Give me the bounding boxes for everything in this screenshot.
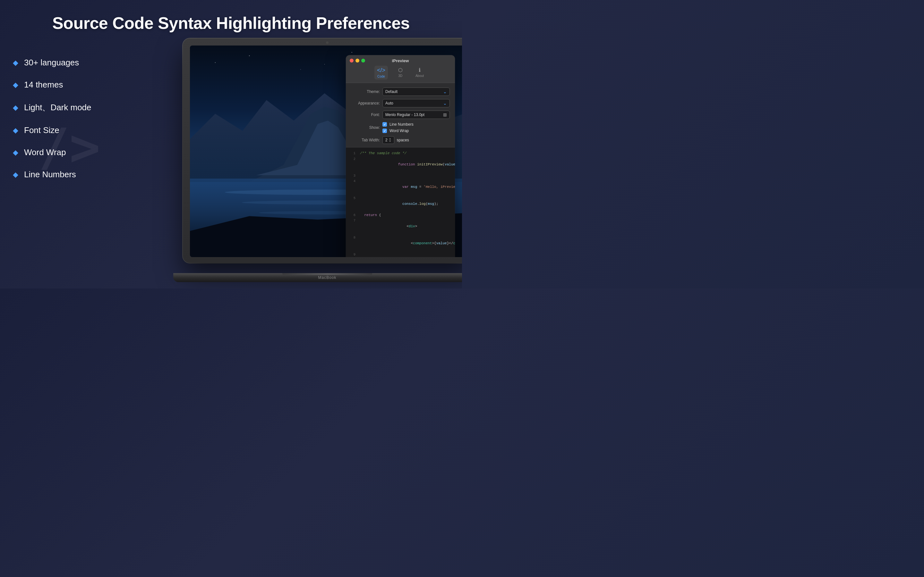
chevron-down-icon: ⌄ [443, 101, 447, 106]
diamond-icon: ◆ [13, 81, 18, 89]
code-content: /** The sample code */ [360, 151, 452, 156]
line-number: 8 [349, 235, 355, 240]
info-icon: ℹ [419, 67, 421, 73]
show-label: Show: [351, 125, 380, 130]
feature-languages: 30+ languages [24, 58, 79, 68]
diamond-icon: ◆ [13, 148, 18, 157]
theme-select[interactable]: Default ⌄ [383, 87, 450, 96]
traffic-lights [350, 59, 365, 63]
tab-code[interactable]: </> Code [375, 66, 388, 79]
toolbar-tabs: </> Code ⬡ 3D ℹ About [375, 66, 426, 79]
theme-value: Default [385, 89, 397, 94]
code-area: 1 /** The sample code */ 2 function init… [346, 147, 455, 257]
stepper-arrows: ▲ ▼ [389, 137, 391, 143]
feature-item: ◆ 30+ languages [13, 58, 91, 68]
font-field[interactable]: Menlo Regular - 13.0pt ⊞ [383, 111, 450, 119]
svg-point-3 [300, 69, 301, 70]
word-wrap-row: Word Wrap [383, 129, 414, 133]
code-line: 5 console.log(msg); [346, 195, 455, 213]
line-number: 9 [349, 252, 355, 257]
code-content: return ( [360, 213, 452, 218]
appearance-select[interactable]: Auto ⌄ [383, 99, 450, 107]
feature-item: ◆ Line Numbers [13, 169, 91, 179]
macbook-screen: iPreview </> Code ⬡ 3D [190, 45, 462, 257]
appearance-row: Appearance: Auto ⌄ [351, 99, 450, 107]
code-content: console.log(msg); [360, 195, 452, 213]
theme-label: Theme: [351, 89, 380, 94]
line-numbers-checkbox[interactable] [383, 122, 387, 127]
feature-item: ◆ Light、Dark mode [13, 102, 91, 113]
show-row: Show: Line Numbers Word Wrap [351, 122, 450, 133]
ipreview-dialog: iPreview </> Code ⬡ 3D [346, 55, 455, 257]
macbook-body: iPreview </> Code ⬡ 3D [183, 39, 462, 263]
macbook-base: MacBook [173, 273, 462, 282]
tab-width-value: 2 [385, 138, 388, 142]
tab-3d-label: 3D [399, 74, 403, 77]
page-title: Source Code Syntax Highlighting Preferen… [0, 0, 462, 33]
font-picker-icon: ⊞ [443, 112, 447, 117]
code-content: <div> [360, 218, 452, 235]
diamond-icon: ◆ [13, 171, 18, 179]
tab-about-label: About [415, 74, 424, 77]
code-line: 2 function initIPreview(value) { [346, 156, 455, 173]
features-list: ◆ 30+ languages ◆ 14 themes ◆ Light、Dark… [13, 58, 91, 179]
line-number: 3 [349, 173, 355, 179]
wallpaper: iPreview </> Code ⬡ 3D [190, 45, 462, 257]
window-title: iPreview [392, 58, 409, 63]
tab-3d[interactable]: ⬡ 3D [396, 66, 405, 79]
feature-item: ◆ Word Wrap [13, 147, 91, 157]
tab-width-stepper[interactable]: 2 ▲ ▼ [383, 136, 394, 144]
macbook-bezel: iPreview </> Code ⬡ 3D [183, 39, 462, 263]
code-icon: </> [377, 67, 385, 74]
font-label: Font: [351, 113, 380, 117]
code-content: </div>; [360, 252, 452, 257]
feature-wordwrap: Word Wrap [24, 147, 66, 157]
code-line: 9 </div>; [346, 252, 455, 257]
svg-point-1 [215, 62, 216, 63]
tab-width-label: Tab Width: [351, 138, 380, 142]
theme-row: Theme: Default ⌄ [351, 87, 450, 96]
tab-width-row: Tab Width: 2 ▲ ▼ spaces [351, 136, 450, 144]
code-content: <component>{value}</component> [360, 235, 455, 252]
svg-point-2 [249, 55, 250, 56]
line-number: 1 [349, 151, 355, 156]
tab-about[interactable]: ℹ About [413, 66, 426, 79]
feature-themes: 14 themes [24, 80, 63, 90]
font-row: Font: Menlo Regular - 13.0pt ⊞ [351, 111, 450, 119]
feature-darkmode: Light、Dark mode [24, 102, 91, 113]
feature-item: ◆ 14 themes [13, 80, 91, 90]
code-line: 8 <component>{value}</component> [346, 235, 455, 252]
code-content: var msg = 'Hello, iPreview!'; [360, 179, 455, 195]
spaces-label: spaces [397, 138, 409, 142]
feature-item: ◆ Font Size [13, 125, 91, 135]
line-numbers-label: Line Numbers [389, 122, 414, 127]
feature-linenumbers: Line Numbers [24, 169, 76, 179]
line-number: 5 [349, 195, 355, 201]
code-line: 1 /** The sample code */ [346, 151, 455, 156]
minimize-button[interactable] [355, 59, 359, 63]
tab-code-label: Code [377, 75, 385, 78]
line-number: 4 [349, 179, 355, 184]
line-number: 2 [349, 156, 355, 162]
diamond-icon: ◆ [13, 59, 18, 67]
svg-point-4 [352, 52, 352, 53]
font-value: Menlo Regular - 13.0pt [385, 113, 425, 117]
feature-fontsize: Font Size [24, 125, 59, 135]
macbook-hinge [282, 273, 372, 275]
macbook-container: iPreview </> Code ⬡ 3D [183, 39, 462, 282]
code-line: 3 [346, 173, 455, 179]
code-line: 4 var msg = 'Hello, iPreview!'; [346, 179, 455, 195]
form-area: Theme: Default ⌄ Appearance: Auto [346, 83, 455, 147]
maximize-button[interactable] [361, 59, 365, 63]
code-line: 6 return ( [346, 213, 455, 218]
word-wrap-checkbox[interactable] [383, 129, 387, 133]
camera-dot [326, 41, 328, 44]
code-line: 7 <div> [346, 218, 455, 235]
title-bar: iPreview </> Code ⬡ 3D [346, 55, 455, 83]
diamond-icon: ◆ [13, 103, 18, 112]
line-number: 6 [349, 213, 355, 218]
close-button[interactable] [350, 59, 354, 63]
line-number: 7 [349, 218, 355, 223]
word-wrap-label: Word Wrap [389, 129, 409, 133]
chevron-down-icon: ⌄ [443, 89, 447, 94]
